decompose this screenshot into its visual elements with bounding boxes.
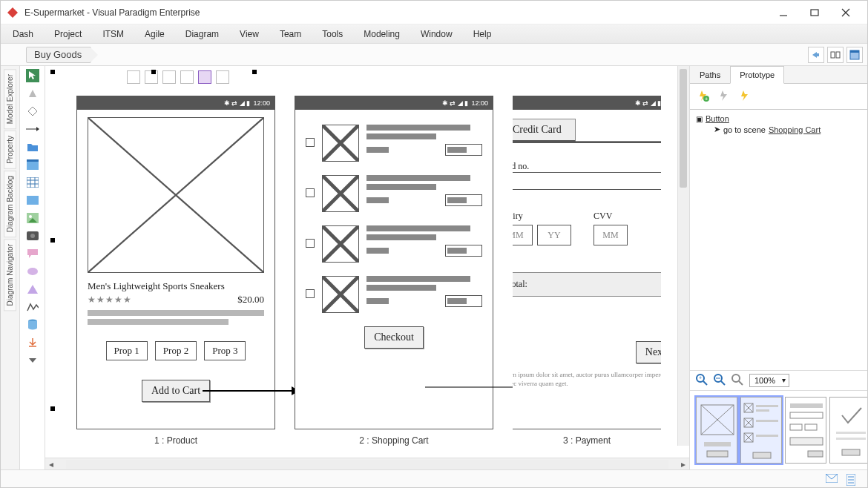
checkbox-2[interactable]	[306, 188, 315, 197]
add-to-cart-button[interactable]: Add to Cart	[142, 380, 210, 402]
menu-window[interactable]: Window	[421, 29, 453, 39]
breadcrumb-chip[interactable]: Buy Goods	[26, 47, 91, 63]
checkout-button[interactable]: Checkout	[364, 326, 424, 349]
menu-agile[interactable]: Agile	[145, 29, 165, 39]
qty-box-2[interactable]	[445, 194, 482, 206]
tool-announce-icon[interactable]	[808, 47, 824, 63]
horizontal-scrollbar[interactable]: ◂ ▸	[45, 458, 689, 469]
prop1-button[interactable]: Prop 1	[106, 341, 148, 360]
menu-help[interactable]: Help	[473, 29, 492, 39]
panel-icon[interactable]	[25, 194, 40, 207]
phone-frame-3[interactable]: ✱ ⇄ ◢ ▮12:00 Credit Card Card no.	[513, 96, 661, 429]
right-panel: Paths Prototype + ▣ Button ➤ go to scene…	[689, 66, 867, 469]
tree-root-link[interactable]: Button	[706, 114, 729, 123]
ellipse-icon[interactable]	[25, 265, 40, 278]
scroll-left-button[interactable]: ◂	[45, 458, 57, 470]
proto-tool-bolt-grey[interactable]	[718, 90, 731, 103]
wireframe-payment[interactable]: ✱ ⇄ ◢ ▮12:00 Credit Card Card no.	[513, 96, 661, 446]
thumb-1[interactable]	[696, 397, 737, 464]
next-button[interactable]: Next	[636, 341, 661, 363]
rail-diagram-navigator[interactable]: Diagram Navigator	[4, 239, 16, 311]
prop3-button[interactable]: Prop 3	[204, 341, 246, 360]
svg-rect-22	[27, 196, 39, 205]
prop2-button[interactable]: Prop 2	[155, 341, 197, 360]
checkbox-1[interactable]	[306, 138, 315, 147]
wf-label-2: 2 : Shopping Cart	[359, 435, 428, 446]
triangle-up-icon[interactable]	[25, 87, 40, 100]
svg-marker-11	[29, 90, 36, 97]
tree-root-node[interactable]: ▣ Button	[696, 114, 861, 123]
checkbox-3[interactable]	[306, 239, 315, 248]
zoom-in-icon[interactable]: +	[696, 374, 709, 387]
triangle-icon[interactable]	[25, 283, 40, 296]
phone-frame-1[interactable]: ✱ ⇄ ◢ ▮12:00 Men's Lightweight Sports Sn…	[76, 96, 275, 429]
expiry-mm-input[interactable]: MM	[513, 225, 533, 245]
tab-paths[interactable]: Paths	[690, 66, 730, 83]
doc-icon[interactable]	[846, 474, 858, 486]
menu-project[interactable]: Project	[54, 29, 82, 39]
zoom-select[interactable]: 100%	[749, 374, 789, 387]
thumb-4[interactable]	[829, 397, 867, 464]
cart-row-2	[306, 175, 482, 212]
mail-icon[interactable]	[826, 474, 838, 486]
credit-card-tab[interactable]: Credit Card	[513, 119, 576, 142]
window-icon[interactable]	[25, 158, 40, 171]
tab-prototype[interactable]: Prototype	[730, 66, 784, 84]
zigzag-icon[interactable]	[25, 300, 40, 314]
arrow-right-icon[interactable]	[25, 122, 40, 136]
proto-tools: +	[690, 84, 867, 109]
qty-box-4[interactable]	[445, 295, 482, 307]
menu-bar: Dash Project ITSM Agile Diagram View Tea…	[1, 24, 867, 44]
menu-modeling[interactable]: Modeling	[364, 29, 400, 39]
cart-row-4	[306, 276, 482, 313]
wireframes-row: ✱ ⇄ ◢ ▮12:00 Men's Lightweight Sports Sn…	[54, 73, 689, 446]
diamond-icon[interactable]	[25, 105, 40, 118]
tree-action-target-link[interactable]: Shopping Cart	[769, 125, 821, 134]
rail-property[interactable]: Property	[4, 131, 16, 169]
table-icon[interactable]	[25, 176, 40, 189]
proto-tree: ▣ Button ➤ go to scene Shopping Cart	[690, 109, 867, 370]
proto-tool-bolt-green[interactable]: +	[697, 90, 711, 103]
card-no-input[interactable]	[513, 172, 661, 190]
menu-dash[interactable]: Dash	[13, 29, 33, 39]
zoom-out-icon[interactable]	[714, 374, 727, 387]
more-down-icon[interactable]	[25, 354, 40, 367]
menu-itsm[interactable]: ITSM	[102, 29, 124, 39]
qty-box-1[interactable]	[445, 144, 482, 156]
camera-icon[interactable]	[25, 229, 40, 243]
image-icon[interactable]	[25, 211, 40, 225]
menu-tools[interactable]: Tools	[322, 29, 343, 39]
thumb-2[interactable]	[740, 397, 782, 464]
menu-diagram[interactable]: Diagram	[185, 29, 219, 39]
scroll-right-button[interactable]: ▸	[677, 458, 689, 470]
qty-box-3[interactable]	[445, 245, 482, 257]
svg-line-33	[88, 118, 263, 272]
cvv-input[interactable]: MM	[594, 225, 628, 245]
folder-icon[interactable]	[25, 140, 40, 154]
maximize-button[interactable]	[799, 1, 830, 24]
rail-model-explorer[interactable]: Model Explorer	[4, 69, 16, 129]
zoom-100-icon[interactable]	[731, 374, 745, 387]
db-icon[interactable]	[25, 318, 40, 332]
speech-icon[interactable]	[25, 247, 40, 260]
palette	[20, 66, 45, 469]
menu-view[interactable]: View	[240, 29, 259, 39]
proto-tool-bolt-yellow[interactable]	[739, 90, 752, 103]
thumb-3[interactable]	[785, 397, 826, 464]
canvas-scroll[interactable]: ✱ ⇄ ◢ ▮12:00 Men's Lightweight Sports Sn…	[45, 66, 689, 458]
vertical-scrollbar[interactable]	[677, 66, 689, 446]
minimize-button[interactable]	[768, 1, 799, 24]
cursor-icon[interactable]	[25, 69, 40, 82]
svg-line-38	[323, 125, 358, 161]
expiry-yy-input[interactable]: YY	[537, 225, 571, 245]
tool-panel-icon[interactable]	[846, 47, 863, 63]
svg-line-42	[323, 226, 358, 262]
download-icon[interactable]	[25, 336, 40, 349]
menu-team[interactable]: Team	[280, 29, 301, 39]
connector-arrow-2	[425, 380, 522, 395]
tree-action-node[interactable]: ➤ go to scene Shopping Cart	[714, 125, 861, 134]
tool-layout-icon[interactable]	[827, 47, 844, 63]
close-button[interactable]	[830, 1, 861, 24]
checkbox-4[interactable]	[306, 289, 315, 298]
rail-diagram-backlog[interactable]: Diagram Backlog	[4, 171, 16, 237]
